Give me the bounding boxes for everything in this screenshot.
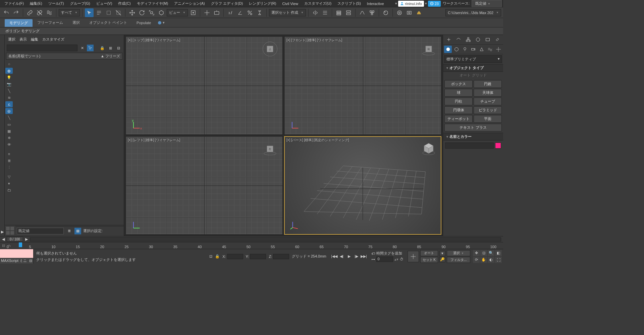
goto-start-button[interactable]: |◀◀: [331, 253, 338, 260]
filter-helper-icon[interactable]: ╲: [5, 88, 13, 94]
viewcube-front-icon[interactable]: 前: [421, 41, 436, 57]
time-prev-icon[interactable]: ◀: [2, 237, 5, 241]
link-button[interactable]: [25, 8, 34, 17]
cat-system-icon[interactable]: [494, 46, 502, 53]
nav-maximize-icon[interactable]: ⛶: [495, 257, 502, 263]
ref-coord-system[interactable]: ビュー: [167, 9, 188, 16]
object-name-input[interactable]: [445, 143, 494, 149]
login-dropdown-icon[interactable]: ▾: [424, 1, 428, 6]
filter-folder-icon[interactable]: 🗀: [5, 187, 13, 193]
scene-filter-icon[interactable]: [87, 45, 94, 51]
isolate-icon[interactable]: ⊡: [209, 254, 212, 259]
viewport-perspective[interactable]: [+] [パース] [標準] [既定のシェーディング]: [284, 136, 441, 235]
menu-view[interactable]: ビュー(V): [93, 0, 115, 7]
notification-badge[interactable]: 23: [428, 1, 441, 7]
rect-region-button[interactable]: [104, 8, 113, 17]
maxscript-listener[interactable]: MAXScript ミニ⊟: [0, 249, 34, 264]
prim-sphere-button[interactable]: 球: [444, 89, 473, 97]
menu-tools[interactable]: ツール(T): [45, 0, 67, 7]
menu-create[interactable]: 作成(C): [115, 0, 133, 7]
scene-footer-input[interactable]: [17, 228, 64, 234]
ruler-curve-icon[interactable]: ∿: [8, 243, 11, 248]
viewcube-left-icon[interactable]: 左: [262, 141, 278, 157]
filter-frozen-icon[interactable]: ▭: [5, 121, 13, 127]
selection-filter[interactable]: すべて: [59, 9, 80, 16]
prim-torus-button[interactable]: 円環体: [444, 106, 473, 114]
filter-bone-icon[interactable]: ⎌: [5, 101, 13, 107]
ribbon-sub-polymodel[interactable]: ポリゴン モデリング: [3, 28, 42, 34]
prim-cylinder-button[interactable]: 円柱: [444, 98, 473, 105]
menu-dropdown-icon[interactable]: ▾: [394, 1, 398, 6]
viewcube-top-icon[interactable]: 上: [262, 41, 278, 57]
layer-explorer-button[interactable]: [334, 8, 343, 17]
viewport-persp-label[interactable]: [+] [パース] [標準] [既定のシェーディング]: [286, 138, 349, 143]
scene-clear-icon[interactable]: ✕: [79, 45, 86, 51]
nav-orbit-icon[interactable]: ⟳: [473, 257, 480, 263]
menu-grapheditor[interactable]: グラフ エディタ(D): [208, 0, 246, 7]
autokey-button[interactable]: オート: [420, 250, 438, 256]
filter-hidden-icon[interactable]: 👁: [5, 142, 13, 148]
viewport-layout-icon[interactable]: [5, 226, 15, 235]
prim-box-button[interactable]: ボックス: [444, 80, 473, 88]
spinner-snap-button[interactable]: [255, 8, 264, 17]
keyboard-shortcut-button[interactable]: [212, 8, 221, 17]
filter-arrow-icon[interactable]: ▾: [5, 180, 13, 186]
next-frame-button[interactable]: |▶: [353, 253, 360, 260]
scene-hdr-display[interactable]: 表示: [19, 37, 27, 42]
rollout-name-color[interactable]: 名前とカラー: [443, 133, 503, 141]
prim-geosphere-button[interactable]: 天球体: [474, 89, 502, 97]
filter-light-icon[interactable]: 💡: [5, 74, 13, 80]
time-config-icon[interactable]: ⏱: [400, 257, 404, 261]
prim-cone-button[interactable]: 円錐: [474, 80, 502, 88]
window-crossing-button[interactable]: [114, 8, 123, 17]
setkey-button[interactable]: セット K: [420, 257, 438, 263]
time-marker[interactable]: [19, 242, 22, 247]
key-selection-dropdown[interactable]: 選択: [447, 250, 470, 256]
menu-interactive[interactable]: Interactive: [364, 1, 387, 7]
viewport-top[interactable]: [+] [トップ] [標準] [ワイヤフレーム] yx 上: [125, 36, 283, 135]
rotate-button[interactable]: [138, 8, 146, 17]
viewport-left-label[interactable]: [+] [レフト] [標準] [ワイヤフレーム]: [128, 138, 180, 143]
cat-camera-icon[interactable]: [469, 46, 477, 53]
scale-button[interactable]: [147, 8, 156, 17]
scene-footer-layers-icon[interactable]: ≣: [66, 228, 72, 234]
placement-button[interactable]: [157, 8, 166, 17]
goto-end-button[interactable]: ▶▶|: [361, 253, 367, 260]
viewcube-persp-icon[interactable]: [421, 141, 436, 157]
rollout-object-type[interactable]: オブジェクト タイプ: [443, 64, 503, 72]
schematic-view-button[interactable]: [368, 8, 376, 17]
cmd-tab-hierarchy[interactable]: [464, 36, 473, 43]
render-frame-button[interactable]: [405, 8, 414, 17]
filter-spacewarp-icon[interactable]: ≋: [5, 95, 13, 101]
angle-snap-button[interactable]: [236, 8, 245, 17]
ribbon-tab-selection[interactable]: 選択: [68, 19, 85, 26]
redo-button[interactable]: [12, 8, 20, 17]
scene-hdr-customize[interactable]: カスタマイズ: [42, 37, 64, 42]
cat-spacewarp-icon[interactable]: [486, 46, 494, 53]
cmd-tab-motion[interactable]: [474, 36, 483, 43]
scene-lock-icon[interactable]: 🔒: [99, 45, 106, 51]
keymode-icon[interactable]: 🔑: [439, 257, 445, 262]
render-setup-button[interactable]: [395, 8, 404, 17]
menu-modifiers[interactable]: モディファイヤ(M): [134, 0, 171, 7]
move-button[interactable]: [128, 8, 137, 17]
lock-icon[interactable]: 🔒: [215, 254, 220, 259]
time-next-icon[interactable]: ▶: [25, 237, 28, 241]
mirror-button[interactable]: [311, 8, 320, 17]
bind-spacewarp-button[interactable]: [45, 8, 54, 17]
select-object-button[interactable]: [85, 8, 94, 17]
manipulate-button[interactable]: [203, 8, 211, 17]
material-editor-button[interactable]: [381, 8, 390, 17]
primitive-type-dropdown[interactable]: 標準プリミティブ▾: [444, 55, 502, 63]
scene-footer-set-icon[interactable]: ▦: [74, 228, 81, 234]
ruler-collapse-icon[interactable]: ⊟: [2, 243, 5, 248]
menu-customize[interactable]: カスタマイズ(U): [301, 0, 334, 7]
cmd-tab-utilities[interactable]: [493, 36, 502, 43]
coord-y-input[interactable]: [250, 254, 266, 259]
filter-snow-icon[interactable]: ❄: [5, 135, 13, 141]
align-button[interactable]: [321, 8, 329, 17]
coord-x-input[interactable]: [227, 254, 243, 259]
render-button[interactable]: [415, 8, 423, 17]
key-filter-button[interactable]: フィルタ...: [447, 257, 470, 263]
set-key-big-button[interactable]: [408, 251, 419, 262]
